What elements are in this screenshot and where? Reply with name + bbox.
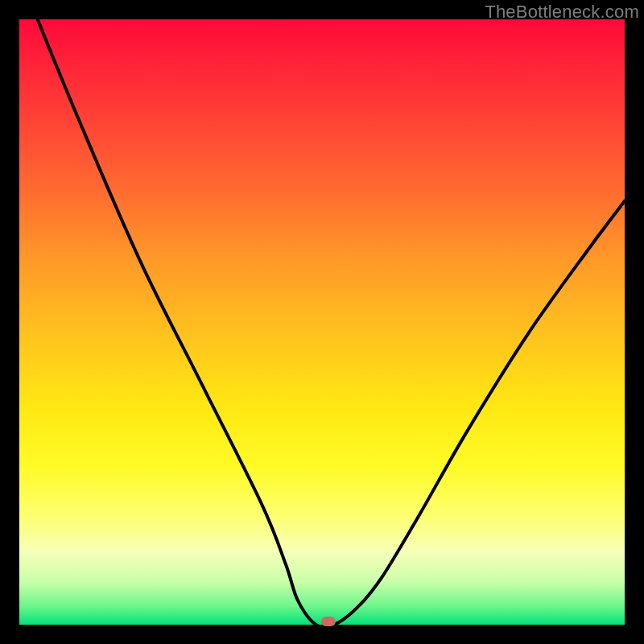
chart-frame: TheBottleneck.com (0, 0, 644, 644)
curve-path (38, 19, 625, 625)
min-marker (321, 617, 336, 626)
plot-area (19, 19, 625, 625)
bottleneck-curve (19, 19, 625, 625)
